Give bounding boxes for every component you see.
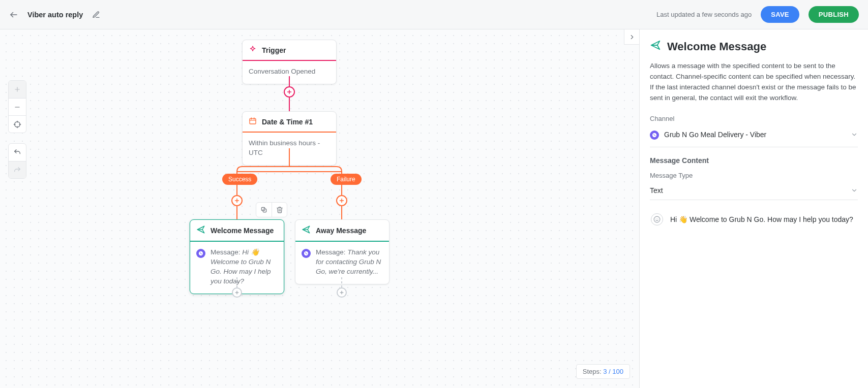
crosshair-icon	[13, 120, 21, 128]
trash-icon	[276, 206, 283, 213]
side-panel: Welcome Message Allows a message with th…	[639, 29, 868, 388]
panel-title-row: Welcome Message	[650, 40, 858, 54]
collapse-side-panel-button[interactable]	[624, 29, 639, 45]
node-welcome-text: Message: Hi 👋 Welcome to Grub N Go. How …	[211, 248, 278, 286]
last-updated-text: Last updated a few seconds ago	[656, 11, 752, 18]
plus-icon	[286, 89, 292, 95]
node-trigger-title: Trigger	[262, 46, 286, 54]
message-content-section-label: Message Content	[650, 156, 858, 165]
add-step-failure-button[interactable]	[336, 195, 347, 206]
main: Steps: 3 / 100	[0, 29, 868, 388]
message-type-value: Text	[650, 186, 663, 195]
save-button[interactable]: SAVE	[761, 6, 799, 23]
node-toolbar	[256, 202, 287, 217]
branch-failure-pill[interactable]: Failure	[331, 174, 362, 185]
history-toolgroup	[8, 143, 26, 179]
steps-label: Steps:	[583, 368, 602, 375]
node-welcome-body: Message: Hi 👋 Welcome to Grub N Go. How …	[190, 242, 284, 294]
send-icon	[650, 40, 661, 54]
plus-icon	[339, 198, 345, 204]
node-datetime-title: Date & Time #1	[262, 118, 313, 126]
zoom-fit-button[interactable]	[9, 115, 26, 133]
redo-icon	[13, 166, 21, 174]
node-away-title: Away Message	[316, 227, 366, 235]
channel-value: Grub N Go Meal Delivery - Viber	[664, 131, 766, 139]
node-trigger[interactable]: Trigger Conversation Opened	[242, 40, 337, 84]
node-away-text: Message: Thank you for contacting Grub N…	[316, 248, 383, 277]
header-bar: Viber auto reply Last updated a few seco…	[0, 0, 868, 29]
steps-counter: Steps: 3 / 100	[576, 364, 630, 379]
node-datetime-body: Within business hours - UTC	[243, 133, 336, 165]
message-input-value: Hi 👋 Welcome to Grub N Go. How may I hel…	[670, 215, 853, 223]
zoom-out-button[interactable]	[9, 98, 26, 115]
node-datetime-header: Date & Time #1	[243, 112, 336, 133]
svg-point-37	[654, 216, 660, 222]
header-left: Viber auto reply	[9, 10, 100, 19]
message-prefix: Message:	[316, 248, 346, 256]
add-step-success-button[interactable]	[231, 195, 243, 206]
viber-icon	[302, 249, 311, 258]
node-welcome-title: Welcome Message	[211, 227, 274, 235]
add-step-end-right-button[interactable]	[337, 287, 347, 298]
duplicate-node-button[interactable]	[256, 203, 272, 217]
message-type-label: Message Type	[650, 172, 858, 179]
node-welcome-message[interactable]: Welcome Message Message: Hi 👋 Welcome to…	[190, 219, 284, 294]
smile-icon	[653, 216, 661, 223]
emoji-picker-button[interactable]	[651, 213, 663, 225]
add-step-end-left-button[interactable]	[232, 287, 242, 298]
header-right: Last updated a few seconds ago SAVE PUBL…	[656, 6, 859, 23]
svg-rect-20	[250, 118, 256, 124]
plus-icon	[14, 86, 21, 93]
workflow-canvas[interactable]: Steps: 3 / 100	[0, 29, 639, 388]
send-icon	[196, 225, 205, 236]
node-welcome-header: Welcome Message	[190, 220, 284, 242]
zoom-in-button[interactable]	[9, 81, 26, 98]
message-text-input[interactable]: Hi 👋 Welcome to Grub N Go. How may I hel…	[650, 209, 858, 230]
viber-icon	[196, 249, 205, 258]
undo-button[interactable]	[9, 144, 26, 161]
branch-success-pill[interactable]: Success	[222, 174, 257, 185]
node-datetime[interactable]: Date & Time #1 Within business hours - U…	[242, 111, 337, 166]
undo-icon	[13, 148, 21, 156]
node-trigger-body: Conversation Opened	[243, 61, 336, 84]
back-arrow-icon[interactable]	[9, 10, 18, 19]
sparkle-icon	[249, 45, 257, 55]
publish-button[interactable]: PUBLISH	[809, 6, 859, 23]
plus-icon	[234, 290, 240, 295]
node-trigger-header: Trigger	[243, 40, 336, 61]
node-away-message[interactable]: Away Message Message: Thank you for cont…	[295, 219, 390, 284]
calendar-icon	[249, 117, 257, 126]
add-step-button[interactable]	[284, 86, 295, 98]
message-prefix: Message:	[211, 248, 241, 256]
edit-title-icon[interactable]	[92, 11, 100, 19]
node-away-header: Away Message	[295, 220, 389, 242]
delete-node-button[interactable]	[272, 203, 287, 217]
chevron-down-icon	[851, 131, 858, 138]
plus-icon	[339, 290, 344, 295]
send-icon	[302, 225, 311, 236]
chevron-right-icon	[628, 34, 636, 41]
panel-title: Welcome Message	[667, 40, 766, 53]
chevron-down-icon	[851, 187, 858, 194]
redo-button[interactable]	[9, 161, 26, 178]
node-away-body: Message: Thank you for contacting Grub N…	[295, 242, 389, 284]
plus-icon	[234, 198, 240, 204]
panel-description: Allows a message with the specified cont…	[650, 61, 858, 104]
connectors	[190, 40, 444, 344]
zoom-toolgroup	[8, 80, 26, 133]
workflow-title: Viber auto reply	[27, 11, 83, 19]
channel-label: Channel	[650, 115, 858, 122]
copy-icon	[260, 206, 267, 213]
steps-value: 3 / 100	[603, 368, 623, 375]
channel-select[interactable]: Grub N Go Meal Delivery - Viber	[650, 126, 858, 147]
viber-icon	[650, 131, 659, 140]
minus-icon	[14, 104, 21, 111]
message-type-select[interactable]: Text	[650, 183, 858, 200]
